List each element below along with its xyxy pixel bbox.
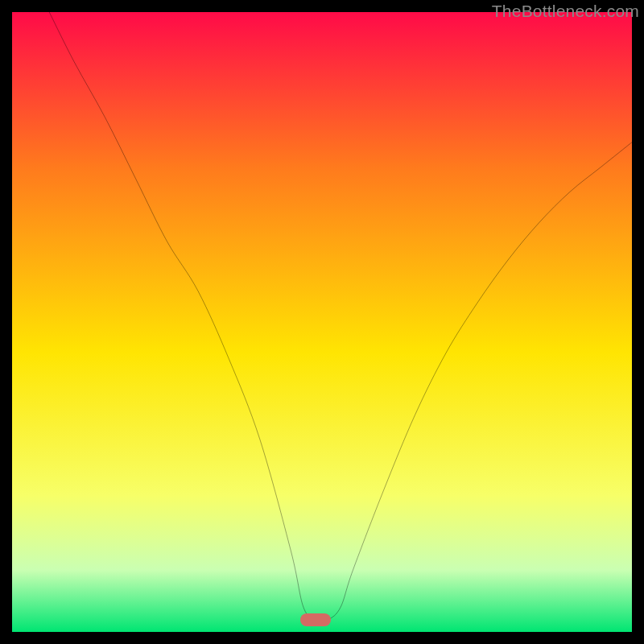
- plot-area: [12, 12, 632, 632]
- bottleneck-marker: [300, 613, 331, 626]
- bottleneck-curve: [12, 12, 632, 632]
- chart-frame: TheBottleneck.com: [0, 0, 644, 644]
- watermark-text: TheBottleneck.com: [492, 2, 639, 21]
